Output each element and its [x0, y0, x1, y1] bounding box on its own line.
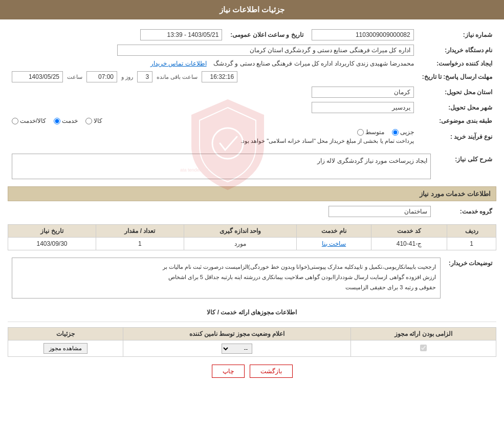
- process-radio-motawaset[interactable]: [357, 129, 364, 136]
- services-table: ردیف کد خدمت نام خدمت واحد اندازه گیری ت…: [8, 224, 496, 250]
- process-option-motawaset-label: متوسط: [365, 129, 384, 136]
- process-option-jozi[interactable]: جزیی: [392, 129, 414, 136]
- category-option-khadamat[interactable]: خدمت: [54, 117, 78, 124]
- table-row: 1 ج-41-410 ساخت بنا مورد 1 1403/09/30: [8, 238, 496, 250]
- process-option-motawaset[interactable]: متوسط: [357, 129, 384, 136]
- contact-link[interactable]: اطلاعات تماس خریدار: [150, 60, 207, 67]
- col-unit: واحد اندازه گیری: [184, 225, 296, 238]
- category-label: طبقه بندی موضوعی:: [418, 115, 496, 126]
- delivery-city-label: شهر محل تحویل:: [418, 100, 496, 115]
- need-description-label: شرح کلی نیاز:: [435, 152, 496, 181]
- process-radio-group: متوسط جزیی: [357, 129, 414, 136]
- license-section-title: اطلاعات مجوزهای ارائه خدمت / کالا: [8, 306, 496, 319]
- need-number-value: 1103009009000082: [312, 29, 414, 40]
- col-need-date: تاریخ نیاز: [8, 225, 96, 238]
- process-note: پرداخت تمام یا بخشی از مبلغ خریداز محل "…: [240, 138, 414, 144]
- buyer-notes-content: ارجحیت بابیمانکاریومی،تکمیل و تایپدکلیه …: [12, 258, 441, 298]
- process-option-jozi-label: جزیی: [400, 129, 414, 136]
- view-license-button[interactable]: مشاهده مجوز: [43, 343, 87, 354]
- category-option-kala-khadamat-label: کالا/خدمت: [20, 117, 46, 124]
- response-remaining-label: ساعت باقی مانده: [157, 74, 198, 80]
- response-remaining: 16:32:16: [202, 71, 237, 82]
- response-days: 3: [137, 71, 152, 82]
- category-radio-kala-khadamat[interactable]: [12, 118, 18, 124]
- service-group-label: گروه خدمت:: [435, 204, 496, 219]
- process-type-label: نوع فرآیند خرید :: [418, 126, 496, 146]
- creator-label: ایجاد کننده درخواست:: [418, 58, 496, 69]
- page-title: جزئیات اطلاعات نیاز: [0, 0, 504, 19]
- col-row-num: ردیف: [447, 225, 496, 238]
- buyer-org-label: نام دستگاه خریدار:: [418, 42, 496, 58]
- need-number-label: شماره نیاز:: [418, 27, 496, 42]
- back-button[interactable]: بازگشت: [250, 365, 293, 378]
- license-required-cell: [351, 340, 496, 357]
- license-table: الزامی بودن ارائه مجوز اعلام وضعیت مجوز …: [8, 327, 496, 357]
- license-details-cell[interactable]: مشاهده مجوز: [8, 340, 123, 357]
- col-quantity: تعداد / مقدار: [96, 225, 184, 238]
- col-license-details: جزئیات: [8, 328, 123, 340]
- category-radio-khadamat[interactable]: [54, 118, 60, 124]
- license-required-checkbox: [420, 345, 427, 351]
- delivery-city: یردسیر: [312, 102, 414, 113]
- cell-service-code: ج-41-410: [371, 238, 447, 250]
- response-deadline-label: مهلت ارسال پاسخ: تا تاریخ:: [418, 69, 496, 84]
- cell-unit: مورد: [184, 238, 296, 250]
- cell-service-name[interactable]: ساخت بنا: [297, 238, 371, 250]
- license-row: -- ▾ مشاهده مجوز: [8, 340, 496, 357]
- creator-value: محمدرضا شهیدی زندی کاربرداد اداره کل میر…: [213, 60, 414, 67]
- category-option-kala[interactable]: کالا: [85, 117, 102, 124]
- response-date: 1403/05/25: [12, 71, 63, 82]
- delivery-province-label: استان محل تحویل:: [418, 84, 496, 100]
- license-status-cell[interactable]: -- ▾: [123, 340, 351, 357]
- cell-need-date: 1403/09/30: [8, 238, 96, 250]
- delivery-province: کرمان: [312, 87, 414, 98]
- process-radio-jozi[interactable]: [392, 129, 399, 136]
- col-service-name: نام خدمت: [297, 225, 371, 238]
- action-buttons: بازگشت چاپ: [8, 365, 496, 388]
- cell-row-num: 1: [447, 238, 496, 250]
- col-license-required: الزامی بودن ارائه مجوز: [351, 328, 496, 340]
- announce-date-label: تاریخ و ساعت اعلان عمومی:: [226, 27, 307, 42]
- category-option-khadamat-label: خدمت: [62, 117, 78, 124]
- category-radio-group: کالا/خدمت خدمت کالا: [12, 117, 414, 124]
- separator: [8, 322, 496, 322]
- license-status-select[interactable]: -- ▾: [222, 344, 252, 354]
- buyer-org-value: اداره کل میراث فرهنگی صنایع دستی و گردشگ…: [117, 45, 414, 56]
- category-option-kala-khadamat[interactable]: کالا/خدمت: [12, 117, 46, 124]
- print-button[interactable]: چاپ: [212, 365, 245, 378]
- service-group-value: ساختمان: [328, 206, 431, 217]
- category-option-kala-label: کالا: [94, 117, 102, 124]
- announce-date-value: 1403/05/21 - 13:39: [140, 29, 222, 40]
- col-service-code: کد خدمت: [371, 225, 447, 238]
- response-time-label: ساعت: [67, 74, 82, 80]
- response-days-label: روز و: [121, 74, 133, 80]
- buyer-notes-label: توضیحات خریدار:: [445, 255, 496, 301]
- category-radio-kala[interactable]: [85, 118, 92, 124]
- cell-quantity: 1: [96, 238, 184, 250]
- need-description-value: ایجاد زیرساخت مورد نیاز گردشگری لاله زار: [12, 154, 431, 179]
- services-section-title: اطلاعات خدمات مورد نیاز: [8, 186, 496, 201]
- response-time: 07:00: [86, 71, 117, 82]
- col-license-status: اعلام وضعیت مجوز توسط نامین کننده: [123, 328, 351, 340]
